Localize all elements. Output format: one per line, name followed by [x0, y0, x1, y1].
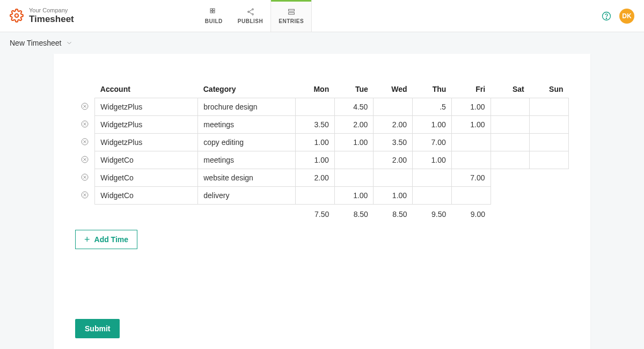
svg-point-7: [252, 13, 253, 15]
cell-account[interactable]: WidgetzPlus: [95, 116, 198, 134]
cell-fri[interactable]: [451, 187, 491, 205]
avatar[interactable]: DK: [619, 9, 634, 24]
cell-account[interactable]: WidgetCo: [95, 151, 198, 169]
submit-button[interactable]: Submit: [75, 319, 120, 338]
cell-thu[interactable]: .5: [413, 98, 452, 116]
cell-category[interactable]: brochure design: [198, 98, 296, 116]
cell-wed[interactable]: [374, 98, 413, 116]
cell-mon[interactable]: 3.50: [296, 116, 335, 134]
cell-sun[interactable]: [530, 151, 569, 169]
cell-category[interactable]: website design: [198, 169, 296, 187]
col-mon: Mon: [296, 81, 335, 98]
total-wed: 8.50: [374, 205, 413, 223]
cell-thu[interactable]: [413, 187, 452, 205]
cell-mon[interactable]: [296, 98, 335, 116]
add-time-button[interactable]: + Add Time: [75, 230, 137, 249]
table-header-row: Account Category Mon Tue Wed Thu Fri Sat…: [75, 81, 569, 98]
tab-entries[interactable]: ENTRIES: [270, 0, 312, 32]
cell-sun[interactable]: [530, 98, 569, 116]
topbar: Your Company Timesheet BUILD PUBLISH ENT…: [0, 0, 644, 32]
cell-category[interactable]: copy editing: [198, 134, 296, 151]
chevron-down-icon[interactable]: [65, 39, 73, 47]
cell-account[interactable]: WidgetzPlus: [95, 134, 198, 151]
table-row: WidgetzPlusbrochure design4.50.51.00: [75, 98, 569, 116]
cell-tue[interactable]: [334, 169, 374, 187]
cell-sat[interactable]: [491, 134, 530, 151]
svg-rect-1: [210, 9, 212, 10]
table-row: WidgetzPlusmeetings3.502.002.001.001.00: [75, 116, 569, 134]
delete-row-icon[interactable]: [80, 102, 89, 111]
topbar-right: DK: [601, 9, 634, 24]
cell-mon[interactable]: 2.00: [296, 169, 335, 187]
tab-entries-label: ENTRIES: [279, 18, 304, 24]
col-sun: Sun: [530, 81, 569, 98]
cell-sat[interactable]: [491, 98, 530, 116]
add-time-label: Add Time: [94, 235, 129, 244]
cell-mon[interactable]: 1.00: [296, 134, 335, 151]
form-selector[interactable]: New Timesheet: [10, 39, 61, 47]
build-icon: [209, 8, 218, 16]
cell-wed[interactable]: 2.00: [374, 151, 413, 169]
gear-icon: [10, 9, 24, 23]
tab-build[interactable]: BUILD: [197, 0, 230, 32]
total-thu: 9.50: [413, 205, 452, 223]
delete-row-icon[interactable]: [80, 120, 89, 128]
cell-account[interactable]: WidgetzPlus: [95, 98, 198, 116]
cell-fri[interactable]: 1.00: [451, 116, 491, 134]
cell-sun[interactable]: [530, 134, 569, 151]
cell-account[interactable]: WidgetCo: [95, 187, 198, 205]
col-category: Category: [198, 81, 296, 98]
cell-category[interactable]: delivery: [198, 187, 296, 205]
cell-thu[interactable]: 1.00: [413, 151, 452, 169]
svg-rect-4: [213, 11, 215, 13]
tab-publish[interactable]: PUBLISH: [230, 0, 270, 32]
table-row: WidgetComeetings1.002.001.00: [75, 151, 569, 169]
cell-wed[interactable]: [374, 169, 413, 187]
help-icon[interactable]: [601, 11, 612, 21]
total-sun: [530, 205, 569, 223]
cell-thu[interactable]: 1.00: [413, 116, 452, 134]
cell-tue[interactable]: 4.50: [334, 98, 374, 116]
svg-point-13: [606, 18, 606, 18]
cell-account[interactable]: WidgetCo: [95, 169, 198, 187]
cell-mon[interactable]: 1.00: [296, 151, 335, 169]
cell-fri[interactable]: 7.00: [451, 169, 491, 187]
svg-point-0: [15, 14, 19, 18]
cell-sat[interactable]: [491, 116, 530, 134]
cell-sun[interactable]: [530, 116, 569, 134]
cell-wed[interactable]: 3.50: [374, 134, 413, 151]
cell-tue[interactable]: [334, 151, 374, 169]
cell-wed[interactable]: 1.00: [374, 187, 413, 205]
cell-sat: [491, 169, 530, 187]
cell-category[interactable]: meetings: [198, 151, 296, 169]
col-sat: Sat: [491, 81, 530, 98]
cell-sat[interactable]: [491, 151, 530, 169]
cell-fri[interactable]: 1.00: [451, 98, 491, 116]
delete-row-icon[interactable]: [80, 137, 89, 146]
delete-row-icon[interactable]: [80, 191, 89, 199]
brand-company: Your Company: [29, 7, 74, 14]
cell-wed[interactable]: 2.00: [374, 116, 413, 134]
cell-category[interactable]: meetings: [198, 116, 296, 134]
cell-fri[interactable]: [451, 151, 491, 169]
svg-rect-3: [210, 11, 212, 13]
cell-thu[interactable]: 7.00: [413, 134, 452, 151]
delete-row-icon[interactable]: [80, 155, 89, 164]
cell-tue[interactable]: 1.00: [334, 187, 374, 205]
svg-line-9: [249, 12, 252, 14]
table-row: WidgetCodelivery1.001.00: [75, 187, 569, 205]
svg-line-8: [249, 10, 252, 11]
delete-row-icon[interactable]: [80, 173, 89, 181]
col-tue: Tue: [334, 81, 374, 98]
col-wed: Wed: [374, 81, 413, 98]
total-sat: [491, 205, 530, 223]
timesheet-table: Account Category Mon Tue Wed Thu Fri Sat…: [75, 81, 569, 222]
cell-mon[interactable]: [296, 187, 335, 205]
total-mon: 7.50: [296, 205, 335, 223]
cell-tue[interactable]: 2.00: [334, 116, 374, 134]
cell-thu[interactable]: [413, 169, 452, 187]
table-row: WidgetCowebsite design2.007.00: [75, 169, 569, 187]
cell-fri[interactable]: [451, 134, 491, 151]
svg-point-5: [252, 9, 253, 10]
cell-tue[interactable]: 1.00: [334, 134, 374, 151]
